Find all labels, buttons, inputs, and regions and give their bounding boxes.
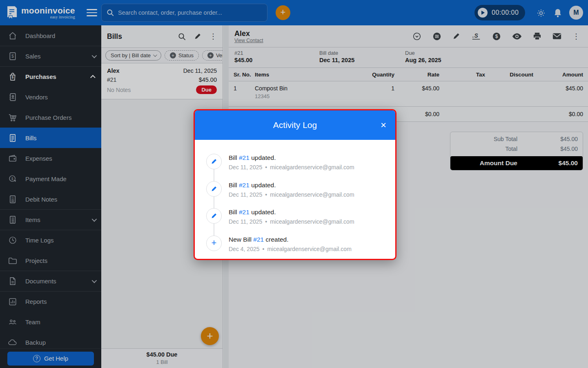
- edit-pencil-icon: [211, 158, 217, 165]
- actor-email: micealgardenservice@gmail.com: [270, 191, 354, 198]
- edit-pencil-icon: [211, 213, 217, 219]
- bill-number-link[interactable]: #21: [239, 209, 249, 215]
- actor-email: micealgardenservice@gmail.com: [267, 246, 351, 252]
- activity-log-modal: Activity Log × Bill #21 updated. Dec 11,…: [194, 109, 396, 260]
- modal-title: Activity Log: [273, 120, 317, 130]
- actor-email: micealgardenservice@gmail.com: [270, 164, 354, 171]
- bill-number-link[interactable]: #21: [239, 154, 249, 161]
- activity-entry: Bill #21 updated. Dec 11, 2025•micealgar…: [206, 154, 387, 171]
- edit-pencil-icon: [211, 186, 217, 192]
- activity-entry: + New Bill #21 created. Dec 4, 2025•mice…: [206, 236, 387, 252]
- activity-entry: Bill #21 updated. Dec 11, 2025•micealgar…: [206, 208, 387, 225]
- timeline-line: [214, 162, 214, 240]
- activity-entry: Bill #21 updated. Dec 11, 2025•micealgar…: [206, 181, 387, 198]
- actor-email: micealgardenservice@gmail.com: [270, 218, 354, 225]
- plus-icon: +: [212, 238, 217, 248]
- bill-number-link[interactable]: #21: [239, 182, 249, 188]
- bill-number-link[interactable]: #21: [253, 236, 264, 243]
- close-icon[interactable]: ×: [381, 120, 386, 130]
